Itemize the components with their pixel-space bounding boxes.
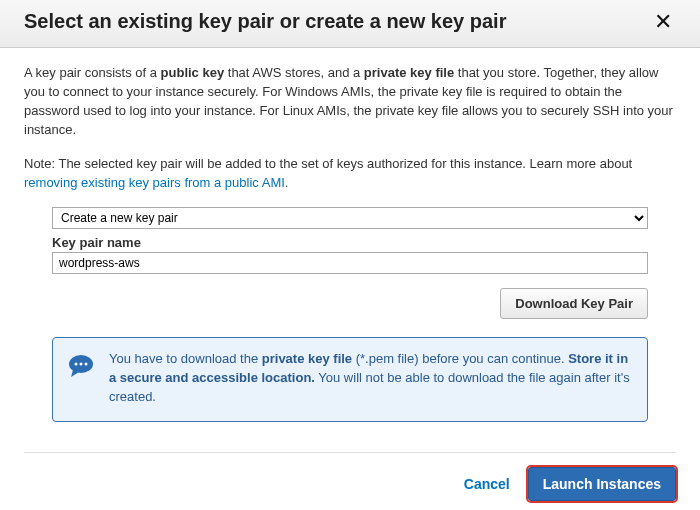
launch-instances-button[interactable]: Launch Instances — [528, 467, 676, 501]
intro-text-1: A key pair consists of a — [24, 65, 161, 80]
alert-text: You have to download the private key fil… — [109, 350, 631, 407]
close-icon[interactable]: ✕ — [650, 11, 676, 33]
svg-point-1 — [75, 363, 78, 366]
note-text: Note: The selected key pair will be adde… — [24, 156, 632, 171]
modal-header: Select an existing key pair or create a … — [0, 0, 700, 48]
alert-t1: You have to download the — [109, 351, 262, 366]
chat-bubble-icon — [67, 352, 95, 407]
remove-keypairs-link[interactable]: removing existing key pairs from a publi… — [24, 175, 285, 190]
keypair-select-wrap: Create a new key pair — [52, 207, 648, 229]
intro-bold-publickey: public key — [161, 65, 225, 80]
modal-footer: Cancel Launch Instances — [0, 453, 700, 510]
alert-box: You have to download the private key fil… — [52, 337, 648, 422]
alert-t2: (*.pem file) before you can continue. — [352, 351, 568, 366]
intro-bold-privatekeyfile: private key file — [364, 65, 454, 80]
keypair-modal: Select an existing key pair or create a … — [0, 0, 700, 510]
note-tail: . — [285, 175, 289, 190]
note-paragraph: Note: The selected key pair will be adde… — [24, 155, 676, 193]
modal-title: Select an existing key pair or create a … — [24, 10, 506, 33]
cancel-button[interactable]: Cancel — [464, 476, 510, 492]
keypair-name-input[interactable] — [52, 252, 648, 274]
svg-point-3 — [85, 363, 88, 366]
alert-b1: private key file — [262, 351, 352, 366]
keypair-option-select[interactable]: Create a new key pair — [52, 207, 648, 229]
svg-point-2 — [80, 363, 83, 366]
download-keypair-button[interactable]: Download Key Pair — [500, 288, 648, 319]
download-row: Download Key Pair — [52, 288, 648, 319]
intro-text-2: that AWS stores, and a — [224, 65, 364, 80]
modal-body: A key pair consists of a public key that… — [0, 48, 700, 452]
keypair-name-label: Key pair name — [52, 235, 648, 250]
intro-paragraph: A key pair consists of a public key that… — [24, 64, 676, 139]
form-block: Create a new key pair Key pair name Down… — [24, 207, 676, 422]
